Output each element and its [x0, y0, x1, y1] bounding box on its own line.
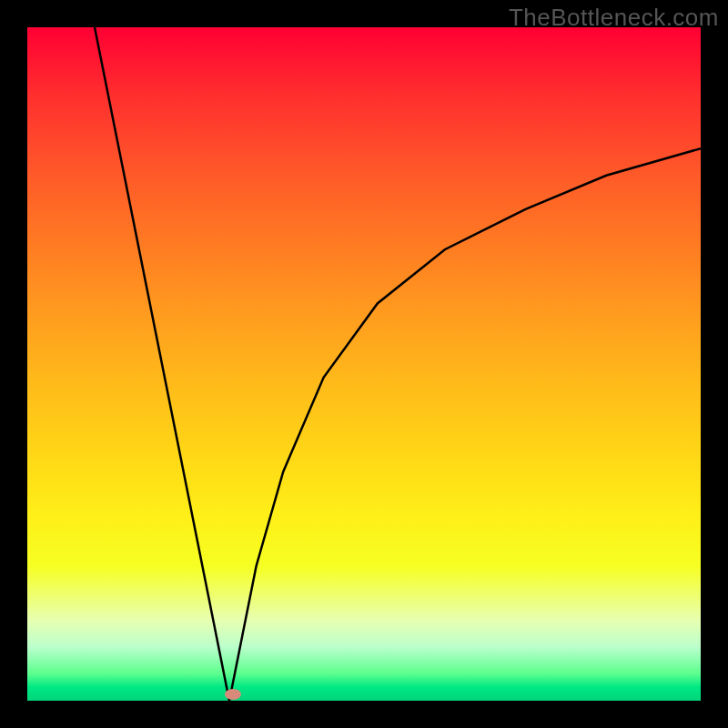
optimum-marker	[225, 689, 241, 700]
chart-frame: TheBottleneck.com	[0, 0, 728, 728]
curve-path	[95, 27, 701, 701]
curve-svg	[27, 27, 701, 701]
plot-area	[27, 27, 701, 701]
